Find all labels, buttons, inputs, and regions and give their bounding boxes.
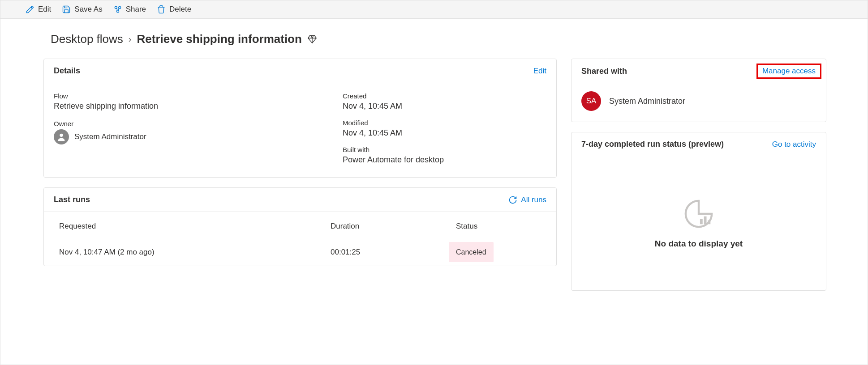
share-label: Share (126, 5, 146, 14)
edit-label: Edit (38, 5, 51, 14)
share-icon (113, 5, 122, 14)
shared-user-name: System Administrator (609, 97, 685, 106)
builtwith-label: Built with (343, 146, 546, 153)
col-status: Status (456, 222, 541, 231)
breadcrumb: Desktop flows › Retrieve shipping inform… (51, 32, 819, 46)
manage-access-highlight: Manage access (756, 64, 821, 79)
shared-with-title: Shared with (581, 67, 627, 76)
breadcrumb-root[interactable]: Desktop flows (51, 32, 123, 46)
chevron-right-icon: › (129, 34, 132, 44)
last-runs-card: Last runs All runs Requested Duration (43, 187, 557, 266)
svg-point-3 (60, 134, 63, 137)
details-title: Details (54, 66, 80, 76)
save-as-icon (62, 5, 71, 14)
details-card: Details Edit Flow Retrieve shipping info… (43, 59, 557, 178)
refresh-icon (508, 195, 517, 204)
svg-point-2 (116, 10, 119, 13)
flow-label: Flow (54, 92, 325, 100)
cell-requested: Nov 4, 10:47 AM (2 mo ago) (59, 248, 331, 257)
modified-value: Nov 4, 10:45 AM (343, 128, 546, 138)
manage-access-link[interactable]: Manage access (762, 67, 816, 75)
col-duration: Duration (331, 222, 456, 231)
builtwith-value: Power Automate for desktop (343, 155, 546, 165)
details-edit-link[interactable]: Edit (533, 67, 546, 76)
modified-label: Modified (343, 119, 546, 127)
edit-button[interactable]: Edit (26, 5, 51, 14)
created-value: Nov 4, 10:45 AM (343, 102, 546, 111)
shared-with-card: Shared with Manage access SA System Admi… (571, 59, 826, 122)
delete-button[interactable]: Delete (157, 5, 191, 14)
save-as-button[interactable]: Save As (62, 5, 102, 14)
owner-value: System Administrator (74, 132, 146, 141)
avatar-icon (54, 129, 69, 144)
owner-label: Owner (54, 120, 325, 127)
chart-placeholder-icon (683, 198, 714, 231)
go-to-activity-link[interactable]: Go to activity (772, 140, 816, 149)
flow-value: Retrieve shipping information (54, 102, 325, 111)
pencil-icon (26, 5, 34, 14)
save-as-label: Save As (74, 5, 102, 14)
no-data-text: No data to display yet (655, 239, 743, 249)
runs-table-header: Requested Duration Status (44, 212, 556, 241)
delete-label: Delete (169, 5, 191, 14)
trash-icon (157, 5, 166, 14)
all-runs-label: All runs (521, 195, 546, 204)
premium-icon (307, 34, 317, 44)
all-runs-link[interactable]: All runs (508, 195, 546, 204)
run-status-title: 7-day completed run status (preview) (581, 140, 724, 149)
cell-status: Canceled (449, 242, 494, 262)
run-status-card: 7-day completed run status (preview) Go … (571, 132, 826, 291)
cell-duration: 00:01:25 (331, 248, 456, 257)
col-requested: Requested (59, 222, 331, 231)
created-label: Created (343, 92, 546, 100)
share-button[interactable]: Share (113, 5, 146, 14)
last-runs-title: Last runs (54, 195, 90, 204)
table-row[interactable]: Nov 4, 10:47 AM (2 mo ago) 00:01:25 Canc… (44, 241, 556, 266)
command-bar: Edit Save As Share Delete (0, 0, 868, 19)
breadcrumb-current: Retrieve shipping information (137, 32, 302, 46)
avatar: SA (581, 91, 601, 111)
